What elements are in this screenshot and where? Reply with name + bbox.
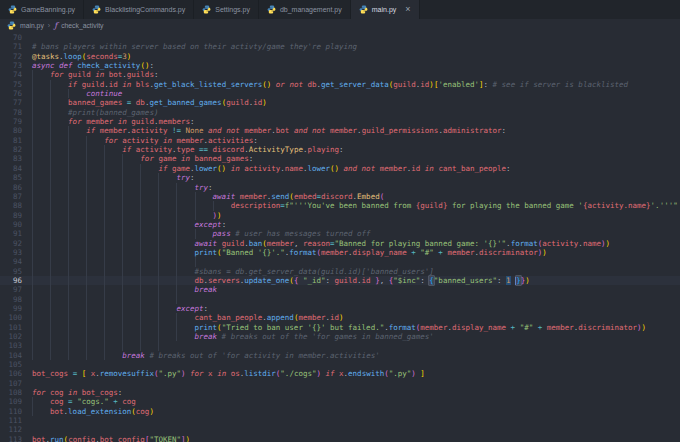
line-number[interactable]: 88 [0,201,22,210]
line-number[interactable]: 103 [0,341,22,350]
line-number[interactable]: 83 [0,154,22,163]
line-number[interactable]: 99 [0,304,22,313]
indent-guides [32,164,158,173]
line-number[interactable]: 111 [0,416,22,425]
line-number[interactable]: 87 [0,192,22,201]
line-number[interactable]: 92 [0,239,22,248]
code-line: 95#sbans = db.get_server_data(guild.id)[… [0,267,680,276]
line-number[interactable]: 93 [0,248,22,257]
code-line: 111 [0,416,680,425]
code-line: 103 [0,341,680,350]
code-line: 86try: [0,183,680,192]
line-number[interactable]: 101 [0,323,22,332]
indent-guides [32,80,68,89]
code-line: 83for game in banned_games: [0,154,680,163]
indent-guides [32,332,195,341]
tab-label: db_management.py [280,6,342,13]
indent-guides [32,276,195,285]
breadcrumb-symbol[interactable]: check_activity [61,22,103,29]
python-icon [8,5,17,14]
indent-guides [32,220,195,229]
indent-guides [32,397,50,406]
line-number[interactable]: 86 [0,183,22,192]
python-icon [359,5,368,14]
code-line: 113bot.run(config.bot_config["TOKEN"]) [0,435,680,442]
line-number[interactable]: 96 [0,276,22,285]
line-number[interactable]: 98 [0,295,22,304]
line-number[interactable]: 75 [0,80,22,89]
line-number[interactable]: 72 [0,52,22,61]
line-number[interactable]: 76 [0,89,22,98]
line-number[interactable]: 80 [0,126,22,135]
line-number[interactable]: 108 [0,388,22,397]
line-number[interactable]: 106 [0,369,22,378]
code-line: 108for cog in bot_cogs: [0,388,680,397]
breadcrumb-file[interactable]: main.py [20,22,44,29]
code-line: 93print("Banned '{}'.".format(member.dis… [0,248,680,257]
code-line: 74for guild in bot.guilds: [0,70,680,79]
tab-BlacklistingCommands.py[interactable]: BlacklistingCommands.py [84,0,194,19]
tab-GameBanning.py[interactable]: GameBanning.py [0,0,84,19]
line-number[interactable]: 107 [0,379,22,388]
indent-guides [32,351,122,360]
tab-label: BlacklistingCommands.py [105,6,185,13]
line-number[interactable]: 112 [0,425,22,434]
line-number[interactable]: 77 [0,98,22,107]
line-number[interactable]: 85 [0,173,22,182]
indent-guides [32,98,68,107]
line-number[interactable]: 100 [0,313,22,322]
code-line: 94 [0,257,680,266]
indent-guides [32,257,213,266]
tab-label: GameBanning.py [21,6,75,13]
close-icon[interactable]: × [405,5,410,14]
code-line: 110bot.load_extension(cog) [0,407,680,416]
indent-guides [32,285,195,294]
line-number[interactable]: 94 [0,257,22,266]
line-number[interactable]: 79 [0,117,22,126]
indent-guides [32,341,176,350]
line-number[interactable]: 105 [0,360,22,369]
python-icon [267,5,276,14]
line-number[interactable]: 91 [0,229,22,238]
line-number[interactable]: 104 [0,351,22,360]
line-number[interactable]: 81 [0,136,22,145]
code-line: 72@tasks.loop(seconds=3) [0,52,680,61]
line-number[interactable]: 71 [0,42,22,51]
code-line: 70 [0,33,680,42]
indent-guides [32,117,68,126]
code-line: 85try: [0,173,680,182]
code-area[interactable]: 7071# bans players within server based o… [0,32,680,442]
code-line: 81for activity in member.activities: [0,136,680,145]
line-number[interactable]: 70 [0,33,22,42]
method-icon: ƒ [54,21,57,30]
line-number[interactable]: 82 [0,145,22,154]
indent-guides [32,145,122,154]
indent-guides [32,407,50,416]
line-number[interactable]: 73 [0,61,22,70]
breadcrumb: main.py › ƒ check_activity [0,19,680,32]
indent-guides [32,267,195,276]
code-line: 106bot_cogs = [ x.removesuffix(".py") fo… [0,369,680,378]
code-line: 105 [0,360,680,369]
line-number[interactable]: 110 [0,407,22,416]
code-line: 84if game.lower() in activity.name.lower… [0,164,680,173]
line-number[interactable]: 102 [0,332,22,341]
line-number[interactable]: 95 [0,267,22,276]
line-number[interactable]: 109 [0,397,22,406]
tab-Settings.py[interactable]: Settings.py [194,0,259,19]
tab-main.py[interactable]: main.py× [351,0,420,19]
line-number[interactable]: 90 [0,220,22,229]
line-number[interactable]: 74 [0,70,22,79]
python-icon [7,21,16,31]
line-number[interactable]: 78 [0,108,22,117]
line-number[interactable]: 89 [0,211,22,220]
indent-guides [32,173,176,182]
line-number[interactable]: 97 [0,285,22,294]
tab-db_management.py[interactable]: db_management.py [259,0,351,19]
code-line: 71# bans players within server based on … [0,42,680,51]
code-line: 97break [0,285,680,294]
indent-guides [32,70,50,79]
line-number[interactable]: 113 [0,435,22,442]
code-line: 100cant_ban_people.append(member.id) [0,313,680,322]
line-number[interactable]: 84 [0,164,22,173]
